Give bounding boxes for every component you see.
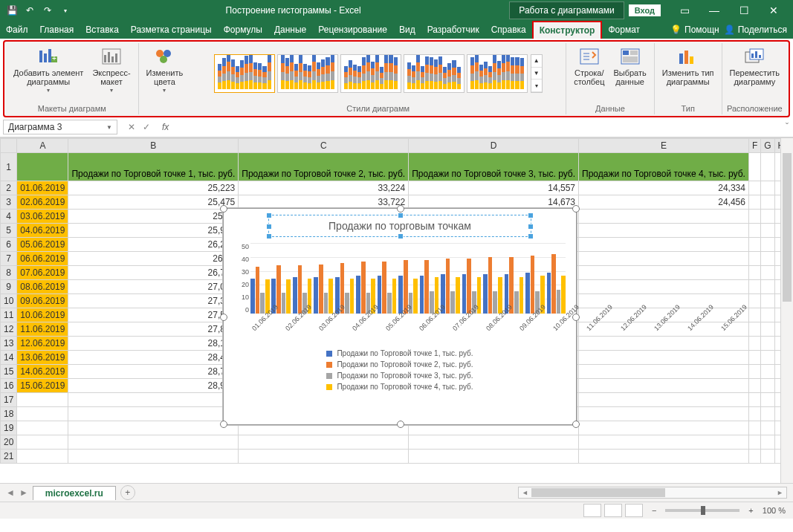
data-cell[interactable]: 26,775 — [68, 266, 239, 280]
redo-icon[interactable]: ↷ — [42, 4, 54, 16]
save-icon[interactable]: 💾 — [6, 4, 18, 16]
collapse-ribbon-icon[interactable]: ˇ — [781, 122, 793, 132]
close-icon[interactable]: ✕ — [763, 4, 784, 16]
add-sheet-button[interactable]: + — [120, 485, 135, 500]
tab-вид[interactable]: Вид — [393, 21, 421, 39]
tab-справка[interactable]: Справка — [485, 21, 532, 39]
enter-formula-icon[interactable]: ✓ — [143, 122, 150, 132]
row-header[interactable]: 5 — [1, 224, 17, 238]
tell-me-button[interactable]: 💡 Помощн — [670, 25, 719, 35]
row-header[interactable]: 20 — [1, 435, 17, 450]
row-header[interactable]: 3 — [1, 195, 17, 210]
date-cell[interactable]: 11.06.2019 — [17, 322, 68, 337]
switch-row-column-button[interactable]: Строка/ столбец — [571, 45, 607, 88]
row-header[interactable]: 8 — [1, 266, 17, 280]
zoom-out-icon[interactable]: − — [652, 506, 656, 515]
data-cell[interactable] — [579, 252, 749, 266]
data-cell[interactable]: 25,223 — [68, 181, 239, 195]
tab-конструктор[interactable]: Конструктор — [532, 21, 603, 39]
header-cell[interactable]: Продажи по Торговой точке 3, тыс. руб. — [409, 153, 579, 181]
date-cell[interactable]: 02.06.2019 — [17, 195, 68, 210]
ribbon-options-icon[interactable]: ▭ — [674, 4, 695, 16]
tab-данные[interactable]: Данные — [268, 21, 312, 39]
fx-icon[interactable]: fx — [158, 122, 173, 132]
data-cell[interactable] — [579, 379, 749, 393]
change-colors-button[interactable]: Изменить цвета — [143, 45, 187, 96]
date-cell[interactable]: 12.06.2019 — [17, 337, 68, 351]
qat-customize-icon[interactable]: ▾ — [59, 4, 71, 16]
chart-legend[interactable]: Продажи по Торговой точке 1, тыс. руб.Пр… — [326, 349, 473, 391]
gallery-scroll[interactable]: ▲ ▼ ▾ — [531, 54, 543, 93]
data-cell[interactable]: 14,673 — [409, 195, 579, 210]
tab-формат[interactable]: Формат — [602, 21, 646, 39]
tab-формулы[interactable]: Формулы — [218, 21, 268, 39]
legend-item[interactable]: Продажи по Торговой точке 3, тыс. руб. — [326, 372, 473, 380]
column-header[interactable]: A — [17, 139, 68, 153]
chart-handle[interactable] — [220, 205, 227, 213]
column-header[interactable]: C — [239, 139, 409, 153]
row-header[interactable]: 18 — [1, 407, 17, 421]
quick-layout-button[interactable]: Экспресс- макет — [89, 45, 133, 96]
row-header[interactable]: 4 — [1, 210, 17, 224]
row-header[interactable]: 17 — [1, 393, 17, 407]
row-header[interactable]: 16 — [1, 379, 17, 393]
column-header[interactable]: E — [579, 139, 749, 153]
data-cell[interactable]: 27,042 — [68, 280, 239, 294]
row-header[interactable]: 21 — [1, 450, 17, 464]
legend-item[interactable]: Продажи по Торговой точке 1, тыс. руб. — [326, 349, 473, 357]
date-cell[interactable]: 05.06.2019 — [17, 238, 68, 252]
tab-рецензирование[interactable]: Рецензирование — [312, 21, 393, 39]
add-chart-element-button[interactable]: + Добавить элемент диаграммы — [10, 45, 86, 96]
data-cell[interactable]: 33,722 — [239, 195, 409, 210]
row-header[interactable]: 19 — [1, 421, 17, 435]
name-box[interactable]: Диаграмма 3▼ — [3, 120, 117, 134]
data-cell[interactable] — [579, 238, 749, 252]
chart-style-thumb[interactable] — [277, 54, 338, 93]
view-page-layout-button[interactable] — [604, 504, 622, 517]
view-page-break-button[interactable] — [625, 504, 643, 517]
data-cell[interactable]: 24,334 — [579, 181, 749, 195]
data-cell[interactable]: 28,706 — [68, 365, 239, 379]
date-cell[interactable]: 10.06.2019 — [17, 308, 68, 322]
chart-handle[interactable] — [572, 421, 580, 428]
data-cell[interactable]: 24,456 — [579, 195, 749, 210]
row-header[interactable]: 15 — [1, 365, 17, 379]
chart-style-thumb[interactable] — [214, 54, 275, 93]
data-cell[interactable] — [579, 210, 749, 224]
chart-handle[interactable] — [397, 205, 404, 213]
data-cell[interactable]: 27,313 — [68, 294, 239, 308]
embedded-chart[interactable]: Продажи по торговым точкам 50403020100 0… — [223, 208, 577, 425]
date-cell[interactable]: 15.06.2019 — [17, 379, 68, 393]
row-header[interactable]: 11 — [1, 308, 17, 322]
date-cell[interactable]: 04.06.2019 — [17, 224, 68, 238]
header-cell[interactable]: Продажи по Торговой точке 2, тыс. руб. — [239, 153, 409, 181]
data-cell[interactable] — [579, 294, 749, 308]
tab-вставка[interactable]: Вставка — [80, 21, 125, 39]
chart-title[interactable]: Продажи по торговым точкам — [268, 215, 531, 237]
date-cell[interactable]: 07.06.2019 — [17, 266, 68, 280]
data-cell[interactable]: 27,862 — [68, 322, 239, 337]
horizontal-scrollbar[interactable]: ◄► — [518, 487, 787, 499]
sheet-nav-prev-icon[interactable]: ◄ — [6, 487, 15, 498]
row-header[interactable]: 2 — [1, 181, 17, 195]
data-cell[interactable] — [579, 224, 749, 238]
row-header[interactable]: 9 — [1, 280, 17, 294]
row-header[interactable]: 13 — [1, 337, 17, 351]
zoom-level[interactable]: 100 % — [763, 506, 786, 515]
data-cell[interactable]: 14,557 — [409, 181, 579, 195]
header-cell[interactable]: Продажи по Торговой точке 1, тыс. руб. — [68, 153, 239, 181]
move-chart-button[interactable]: Переместить диаграмму — [727, 45, 783, 88]
data-cell[interactable]: 27,586 — [68, 308, 239, 322]
vertical-scrollbar[interactable] — [780, 138, 793, 483]
tab-разработчик[interactable]: Разработчик — [421, 21, 485, 39]
undo-icon[interactable]: ↶ — [24, 4, 36, 16]
gallery-up-icon[interactable]: ▲ — [531, 55, 542, 68]
data-cell[interactable]: 33,224 — [239, 181, 409, 195]
column-header[interactable]: D — [409, 139, 579, 153]
data-cell[interactable]: 26,247 — [68, 238, 239, 252]
minimize-icon[interactable]: — — [704, 4, 725, 16]
date-cell[interactable]: 13.06.2019 — [17, 351, 68, 365]
column-header[interactable]: G — [761, 139, 774, 153]
chart-styles-gallery[interactable] — [214, 54, 528, 93]
chart-handle[interactable] — [220, 314, 227, 321]
